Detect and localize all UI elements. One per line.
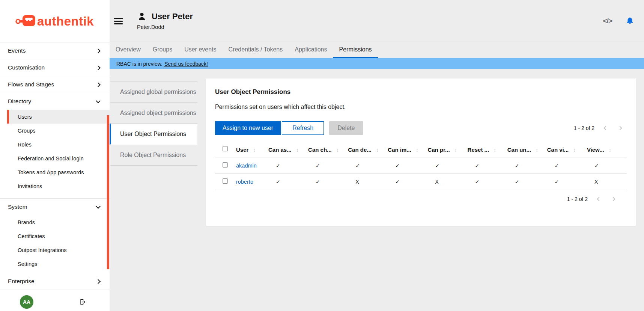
sort-icon[interactable]: ↕ — [609, 146, 612, 153]
sidebar-item-events[interactable]: Events — [0, 42, 110, 59]
permission-value: ✓ — [348, 163, 388, 169]
brand-wordmark: authentik — [37, 14, 94, 28]
sidebar-item-brands[interactable]: Brands — [7, 215, 110, 229]
sidebar-item-label: Tokens and App passwords — [18, 169, 84, 175]
sidebar-item-outpost-integrations[interactable]: Outpost Integrations — [7, 243, 110, 257]
user-link[interactable]: akadmin — [236, 163, 257, 169]
sort-icon[interactable]: ↕ — [454, 146, 457, 153]
sidebar-item-label: Enterprise — [8, 278, 35, 285]
permissions-table: User↕ Can as...↕ Can ch...↕ Can de...↕ C… — [215, 142, 627, 190]
sidebar-item-groups[interactable]: Groups — [7, 124, 110, 137]
subtab-role-object-permissions[interactable]: Role Object Permissions — [110, 145, 197, 166]
sidebar-item-label: Invitations — [18, 183, 42, 189]
chevron-down-icon — [96, 98, 101, 103]
sidebar-scrollbar-thumb[interactable] — [107, 115, 109, 269]
sort-icon[interactable]: ↕ — [573, 146, 576, 153]
sign-out-icon[interactable] — [80, 298, 87, 305]
permission-value: ✓ — [468, 179, 507, 185]
avatar[interactable]: AA — [20, 295, 33, 309]
sort-icon[interactable]: ↕ — [494, 146, 497, 153]
app-root: authentik Events Customisation Flows and… — [0, 0, 644, 311]
sidebar-item-label: Certificates — [18, 233, 45, 239]
sidebar-item-users[interactable]: Users — [7, 110, 110, 124]
sort-icon[interactable]: ↕ — [536, 146, 539, 153]
tab-groups[interactable]: Groups — [147, 42, 178, 58]
page-title: User Peter — [152, 12, 193, 21]
permission-value: ✓ — [468, 163, 507, 169]
page-heading: User Peter Peter.Dodd — [137, 12, 193, 30]
authentik-logo-icon: authentik — [15, 12, 96, 30]
subtab-assigned-global-permissions[interactable]: Assigned global permissions — [110, 82, 197, 103]
subtab-assigned-object-permissions[interactable]: Assigned object permissions — [110, 103, 197, 124]
chevron-right-icon — [96, 279, 101, 284]
sidebar-item-certificates[interactable]: Certificates — [7, 229, 110, 243]
sort-icon[interactable]: ↕ — [336, 146, 339, 153]
pagination-label: 1 - 2 of 2 — [567, 196, 588, 202]
permission-value: ✓ — [587, 163, 627, 169]
sidebar-item-label: Events — [8, 47, 26, 54]
feedback-link[interactable]: Send us feedback! — [164, 61, 208, 67]
sidebar-item-label: Federation and Social login — [18, 156, 84, 162]
refresh-button[interactable]: Refresh — [282, 121, 324, 135]
sidebar-item-label: Settings — [18, 261, 37, 267]
pagination-next-icon[interactable] — [618, 126, 622, 130]
permission-value: ✓ — [388, 179, 427, 185]
pagination-bottom: 1 - 2 of 2 — [567, 196, 615, 202]
sidebar-item-flows-and-stages[interactable]: Flows and Stages — [0, 76, 110, 93]
permission-value: ✓ — [268, 179, 308, 185]
permission-value: ✓ — [388, 163, 427, 169]
sidebar-item-label: Outpost Integrations — [18, 247, 67, 253]
sort-icon[interactable]: ↕ — [296, 146, 299, 153]
permission-value: ✓ — [308, 163, 348, 169]
row-checkbox[interactable] — [223, 162, 228, 168]
hamburger-menu-icon[interactable] — [114, 18, 123, 25]
permission-value: ✓ — [268, 163, 308, 169]
sidebar-item-tokens-app-passwords[interactable]: Tokens and App passwords — [7, 165, 110, 179]
subtab-user-object-permissions[interactable]: User Object Permissions — [110, 124, 197, 145]
sidebar-item-system[interactable]: System — [0, 199, 110, 215]
delete-button[interactable]: Delete — [329, 121, 363, 135]
assign-to-new-user-button[interactable]: Assign to new user — [215, 121, 281, 135]
tab-credentials-tokens[interactable]: Credentials / Tokens — [223, 42, 289, 58]
chevron-down-icon — [96, 204, 101, 209]
chevron-right-icon — [96, 82, 101, 87]
sidebar-item-federation-social-login[interactable]: Federation and Social login — [7, 151, 110, 165]
pagination-prev-icon[interactable] — [597, 197, 601, 201]
sort-icon[interactable]: ↕ — [253, 146, 256, 153]
chevron-right-icon — [96, 48, 101, 53]
notifications-bell-icon[interactable] — [626, 17, 634, 25]
tab-overview[interactable]: Overview — [110, 42, 147, 58]
masthead: User Peter Peter.Dodd </> — [110, 0, 644, 42]
pagination-next-icon[interactable] — [611, 197, 615, 201]
select-all-checkbox[interactable] — [223, 146, 228, 151]
pagination-top: 1 - 2 of 2 — [574, 125, 621, 131]
permission-value: ✓ — [427, 163, 467, 169]
permission-value: ✓ — [547, 163, 587, 169]
sidebar-item-roles[interactable]: Roles — [7, 137, 110, 151]
tab-user-events[interactable]: User events — [178, 42, 222, 58]
user-link[interactable]: roberto — [236, 179, 253, 185]
sidebar-item-label: Customisation — [8, 64, 45, 71]
pagination-prev-icon[interactable] — [603, 126, 608, 130]
sidebar-item-invitations[interactable]: Invitations — [7, 179, 110, 193]
sort-icon[interactable]: ↕ — [376, 146, 379, 153]
tab-applications[interactable]: Applications — [289, 42, 333, 58]
toolbar: Assign to new user Refresh Delete 1 - 2 … — [215, 121, 627, 135]
sidebar-item-label: Groups — [18, 128, 36, 134]
permission-subtabs: Assigned global permissions Assigned obj… — [110, 82, 197, 166]
sidebar-item-settings[interactable]: Settings — [7, 257, 110, 271]
card-title: User Object Permissions — [215, 88, 627, 96]
sidebar-item-enterprise[interactable]: Enterprise — [0, 273, 110, 290]
pagination-label: 1 - 2 of 2 — [574, 125, 594, 131]
brand-logo[interactable]: authentik — [0, 0, 110, 42]
user-icon — [137, 12, 147, 21]
table-row: akadmin ✓ ✓ ✓ ✓ ✓ ✓ ✓ ✓ ✓ — [215, 157, 627, 174]
sidebar-item-customisation[interactable]: Customisation — [0, 59, 110, 76]
content-area: Assigned global permissions Assigned obj… — [110, 69, 644, 311]
row-checkbox[interactable] — [223, 178, 228, 184]
sort-icon[interactable]: ↕ — [416, 146, 419, 153]
tab-permissions[interactable]: Permissions — [333, 42, 378, 58]
page-subtitle: Peter.Dodd — [137, 24, 193, 30]
sidebar-item-directory[interactable]: Directory — [0, 93, 110, 110]
api-code-icon[interactable]: </> — [603, 17, 612, 25]
